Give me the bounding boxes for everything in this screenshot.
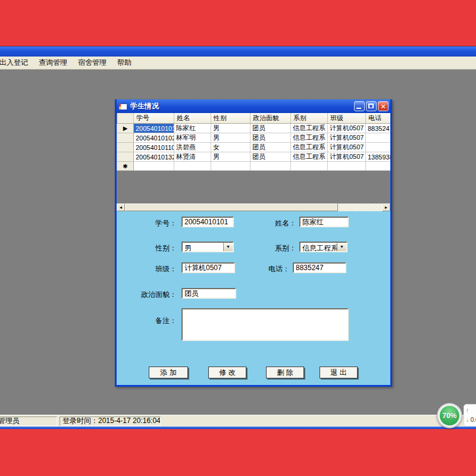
- add-button[interactable]: 添 加: [149, 367, 188, 378]
- row-selector[interactable]: [117, 152, 134, 162]
- form-icon: [119, 102, 128, 111]
- chevron-down-icon[interactable]: ▼: [337, 243, 346, 251]
- menu-bar: 出入登记查询管理宿舍管理帮助: [0, 57, 476, 70]
- status-login-time-panel: 登录时间：2015-4-17 20:16:04: [60, 416, 161, 426]
- grid-cell[interactable]: 信息工程系: [291, 124, 328, 133]
- network-speed-widget[interactable]: ↑ ↓ 0.0: [464, 404, 476, 427]
- minimize-icon: [356, 108, 361, 109]
- new-row-icon[interactable]: ✱: [117, 162, 134, 171]
- grid-cell[interactable]: [328, 162, 366, 171]
- main-window-titlebar[interactable]: [0, 46, 476, 57]
- maximize-icon: [368, 104, 374, 108]
- row-selector[interactable]: [117, 143, 134, 152]
- grid-cell[interactable]: 男: [211, 152, 250, 162]
- grid-cell[interactable]: 20054010110: [134, 143, 174, 152]
- close-icon: ✕: [378, 102, 388, 111]
- grid-cell[interactable]: 8835247: [366, 124, 391, 133]
- students-table: 学号姓名性别政治面貌系别班级电话 ▶20054010101陈家红男团员信息工程系…: [117, 113, 390, 171]
- department-dropdown[interactable]: 信息工程系 ▼: [299, 242, 347, 252]
- grid-cell[interactable]: 团员: [250, 124, 291, 133]
- scroll-left-icon[interactable]: ◄: [117, 203, 125, 211]
- grid-cell[interactable]: [291, 162, 328, 171]
- scrollbar-thumb[interactable]: [125, 203, 338, 211]
- menu-item-1[interactable]: 查询管理: [33, 57, 73, 70]
- class-label: 班级：: [141, 264, 177, 274]
- scroll-right-icon[interactable]: ►: [382, 203, 390, 211]
- menu-item-2[interactable]: 宿舍管理: [73, 57, 112, 70]
- grid-cell[interactable]: 女: [211, 143, 250, 152]
- grid-cell[interactable]: [174, 162, 211, 171]
- political-status-field[interactable]: [181, 288, 236, 299]
- close-button[interactable]: ✕: [378, 101, 389, 111]
- grid-cell[interactable]: 信息工程系: [291, 133, 328, 143]
- badge-percent: 70%: [440, 406, 459, 425]
- grid-cell[interactable]: 团员: [250, 152, 291, 162]
- grid-cell[interactable]: 计算机0507: [328, 143, 366, 152]
- grid-column-header[interactable]: 性别: [211, 113, 250, 124]
- grid-corner-cell[interactable]: [117, 113, 134, 124]
- grid-cell[interactable]: 团员: [250, 133, 291, 143]
- status-user: 管理员: [0, 416, 20, 426]
- grid-cell[interactable]: 林贤清: [174, 152, 211, 162]
- name-field[interactable]: [299, 217, 349, 227]
- grid-cell[interactable]: [211, 162, 250, 171]
- row-selector[interactable]: [117, 133, 134, 143]
- student-id-field[interactable]: [181, 217, 234, 227]
- department-value: 信息工程系: [300, 243, 337, 251]
- grid-cell[interactable]: [366, 143, 391, 152]
- students-datagrid: 学号姓名性别政治面貌系别班级电话 ▶20054010101陈家红男团员信息工程系…: [117, 113, 390, 211]
- grid-cell[interactable]: 20054010101: [134, 124, 174, 133]
- grid-cell[interactable]: 20054010102: [134, 133, 174, 143]
- grid-cell[interactable]: 20054010132: [134, 152, 174, 162]
- grid-column-header[interactable]: 政治面貌: [250, 113, 291, 124]
- table-row: 20054010132林贤清男团员信息工程系计算机050713859389: [117, 152, 391, 162]
- grid-header-row: 学号姓名性别政治面貌系别班级电话: [117, 113, 391, 124]
- grid-cell[interactable]: 洪碧燕: [174, 143, 211, 152]
- grid-cell[interactable]: [366, 133, 391, 143]
- table-row: 20054010102林军明男团员信息工程系计算机0507: [117, 133, 391, 143]
- grid-cell[interactable]: 男: [211, 124, 250, 133]
- grid-cell[interactable]: 计算机0507: [328, 152, 366, 162]
- chevron-down-icon[interactable]: ▼: [223, 243, 233, 251]
- grid-cell[interactable]: 陈家红: [174, 124, 211, 133]
- remarks-field[interactable]: [181, 308, 349, 341]
- grid-column-header[interactable]: 班级: [328, 113, 366, 124]
- menu-item-3[interactable]: 帮助: [112, 57, 137, 70]
- remarks-label: 备注：: [141, 316, 177, 326]
- grid-cell[interactable]: [366, 162, 391, 171]
- grid-cell[interactable]: 13859389: [366, 152, 391, 162]
- current-row-icon[interactable]: ▶: [117, 124, 134, 133]
- grid-cell[interactable]: [134, 162, 174, 171]
- gender-dropdown[interactable]: 男 ▼: [181, 242, 234, 252]
- grid-cell[interactable]: [250, 162, 291, 171]
- download-speed-value: 0.0: [471, 416, 476, 423]
- student-id-label: 学号：: [141, 218, 177, 228]
- mdi-client-area: 学生情况 ✕ 学号姓名性别政治面貌系别班级电话: [0, 70, 476, 415]
- horizontal-scrollbar[interactable]: ◄ ►: [117, 203, 390, 211]
- grid-cell[interactable]: 信息工程系: [291, 152, 328, 162]
- student-info-dialog: 学生情况 ✕ 学号姓名性别政治面貌系别班级电话: [115, 99, 392, 387]
- maximize-button[interactable]: [366, 101, 377, 111]
- dialog-titlebar[interactable]: 学生情况 ✕: [117, 99, 390, 113]
- class-field[interactable]: [181, 262, 235, 273]
- grid-cell[interactable]: 林军明: [174, 133, 211, 143]
- scrollbar-track[interactable]: [338, 203, 382, 211]
- grid-cell[interactable]: 计算机0507: [328, 124, 366, 133]
- exit-button[interactable]: 退 出: [320, 367, 358, 378]
- grid-cell[interactable]: 团员: [250, 143, 291, 152]
- minimize-button[interactable]: [354, 101, 365, 111]
- grid-cell[interactable]: 男: [211, 133, 250, 143]
- grid-column-header[interactable]: 系别: [291, 113, 328, 124]
- grid-column-header[interactable]: 学号: [134, 113, 174, 124]
- grid-cell[interactable]: 信息工程系: [291, 143, 328, 152]
- grid-column-header[interactable]: 姓名: [174, 113, 211, 124]
- grid-column-header[interactable]: 电话: [366, 113, 391, 124]
- delete-button[interactable]: 删 除: [266, 367, 304, 378]
- modify-button[interactable]: 修 改: [208, 367, 246, 378]
- name-label: 姓名：: [261, 218, 296, 228]
- menu-item-0[interactable]: 出入登记: [0, 57, 33, 70]
- phone-field[interactable]: [293, 262, 346, 273]
- floating-percent-badge[interactable]: 70%: [437, 403, 462, 428]
- upload-arrow-icon: ↑: [466, 407, 469, 414]
- grid-cell[interactable]: 计算机0507: [328, 133, 366, 143]
